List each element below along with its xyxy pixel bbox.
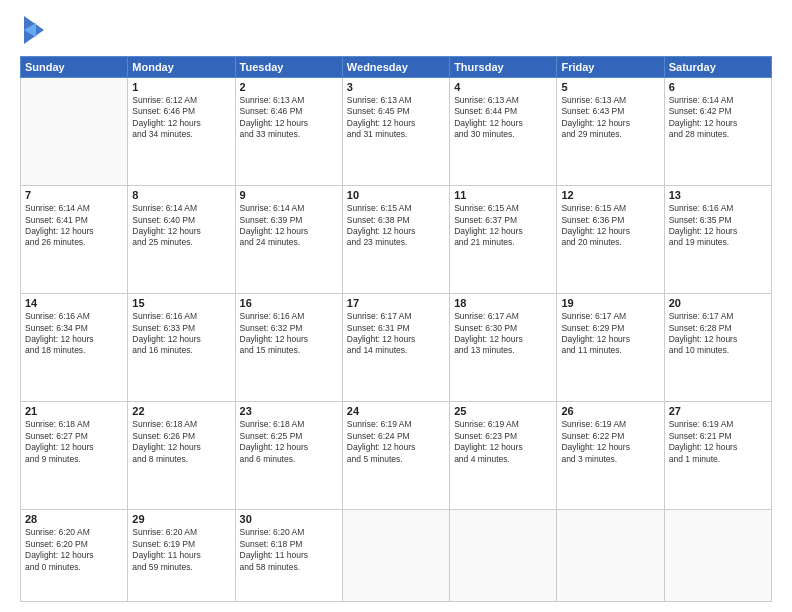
calendar-cell-3-3: 16Sunrise: 6:16 AM Sunset: 6:32 PM Dayli… xyxy=(235,294,342,402)
day-info: Sunrise: 6:14 AM Sunset: 6:39 PM Dayligh… xyxy=(240,203,338,249)
day-number: 12 xyxy=(561,189,659,201)
day-info: Sunrise: 6:19 AM Sunset: 6:24 PM Dayligh… xyxy=(347,419,445,465)
day-number: 6 xyxy=(669,81,767,93)
calendar-cell-3-1: 14Sunrise: 6:16 AM Sunset: 6:34 PM Dayli… xyxy=(21,294,128,402)
calendar-cell-3-7: 20Sunrise: 6:17 AM Sunset: 6:28 PM Dayli… xyxy=(664,294,771,402)
calendar-cell-4-1: 21Sunrise: 6:18 AM Sunset: 6:27 PM Dayli… xyxy=(21,402,128,510)
day-info: Sunrise: 6:19 AM Sunset: 6:23 PM Dayligh… xyxy=(454,419,552,465)
calendar-cell-5-6 xyxy=(557,510,664,602)
day-number: 2 xyxy=(240,81,338,93)
calendar-cell-2-4: 10Sunrise: 6:15 AM Sunset: 6:38 PM Dayli… xyxy=(342,186,449,294)
calendar-cell-5-5 xyxy=(450,510,557,602)
day-number: 18 xyxy=(454,297,552,309)
day-number: 17 xyxy=(347,297,445,309)
day-info: Sunrise: 6:14 AM Sunset: 6:42 PM Dayligh… xyxy=(669,95,767,141)
calendar-cell-5-1: 28Sunrise: 6:20 AM Sunset: 6:20 PM Dayli… xyxy=(21,510,128,602)
calendar-cell-5-7 xyxy=(664,510,771,602)
page-header xyxy=(20,16,772,46)
calendar-cell-4-7: 27Sunrise: 6:19 AM Sunset: 6:21 PM Dayli… xyxy=(664,402,771,510)
calendar-cell-5-3: 30Sunrise: 6:20 AM Sunset: 6:18 PM Dayli… xyxy=(235,510,342,602)
day-info: Sunrise: 6:16 AM Sunset: 6:34 PM Dayligh… xyxy=(25,311,123,357)
calendar-cell-1-1 xyxy=(21,78,128,186)
day-number: 22 xyxy=(132,405,230,417)
calendar-cell-5-2: 29Sunrise: 6:20 AM Sunset: 6:19 PM Dayli… xyxy=(128,510,235,602)
week-row-4: 21Sunrise: 6:18 AM Sunset: 6:27 PM Dayli… xyxy=(21,402,772,510)
day-info: Sunrise: 6:18 AM Sunset: 6:26 PM Dayligh… xyxy=(132,419,230,465)
day-number: 3 xyxy=(347,81,445,93)
day-number: 16 xyxy=(240,297,338,309)
calendar-cell-2-6: 12Sunrise: 6:15 AM Sunset: 6:36 PM Dayli… xyxy=(557,186,664,294)
calendar-cell-5-4 xyxy=(342,510,449,602)
week-row-5: 28Sunrise: 6:20 AM Sunset: 6:20 PM Dayli… xyxy=(21,510,772,602)
day-number: 13 xyxy=(669,189,767,201)
weekday-header-tuesday: Tuesday xyxy=(235,57,342,78)
calendar-cell-3-2: 15Sunrise: 6:16 AM Sunset: 6:33 PM Dayli… xyxy=(128,294,235,402)
day-info: Sunrise: 6:12 AM Sunset: 6:46 PM Dayligh… xyxy=(132,95,230,141)
week-row-2: 7Sunrise: 6:14 AM Sunset: 6:41 PM Daylig… xyxy=(21,186,772,294)
calendar-cell-2-2: 8Sunrise: 6:14 AM Sunset: 6:40 PM Daylig… xyxy=(128,186,235,294)
calendar-cell-2-3: 9Sunrise: 6:14 AM Sunset: 6:39 PM Daylig… xyxy=(235,186,342,294)
weekday-header-saturday: Saturday xyxy=(664,57,771,78)
day-info: Sunrise: 6:14 AM Sunset: 6:40 PM Dayligh… xyxy=(132,203,230,249)
day-number: 25 xyxy=(454,405,552,417)
weekday-header-friday: Friday xyxy=(557,57,664,78)
day-number: 21 xyxy=(25,405,123,417)
day-number: 1 xyxy=(132,81,230,93)
day-number: 8 xyxy=(132,189,230,201)
day-info: Sunrise: 6:17 AM Sunset: 6:29 PM Dayligh… xyxy=(561,311,659,357)
day-info: Sunrise: 6:16 AM Sunset: 6:35 PM Dayligh… xyxy=(669,203,767,249)
logo-icon xyxy=(22,16,44,44)
calendar-cell-4-4: 24Sunrise: 6:19 AM Sunset: 6:24 PM Dayli… xyxy=(342,402,449,510)
day-number: 24 xyxy=(347,405,445,417)
calendar-cell-1-2: 1Sunrise: 6:12 AM Sunset: 6:46 PM Daylig… xyxy=(128,78,235,186)
day-number: 7 xyxy=(25,189,123,201)
day-number: 15 xyxy=(132,297,230,309)
day-number: 4 xyxy=(454,81,552,93)
calendar-cell-1-6: 5Sunrise: 6:13 AM Sunset: 6:43 PM Daylig… xyxy=(557,78,664,186)
day-number: 5 xyxy=(561,81,659,93)
week-row-3: 14Sunrise: 6:16 AM Sunset: 6:34 PM Dayli… xyxy=(21,294,772,402)
day-number: 9 xyxy=(240,189,338,201)
day-info: Sunrise: 6:18 AM Sunset: 6:27 PM Dayligh… xyxy=(25,419,123,465)
calendar-table: SundayMondayTuesdayWednesdayThursdayFrid… xyxy=(20,56,772,602)
day-number: 23 xyxy=(240,405,338,417)
day-info: Sunrise: 6:20 AM Sunset: 6:20 PM Dayligh… xyxy=(25,527,123,573)
day-number: 14 xyxy=(25,297,123,309)
day-number: 27 xyxy=(669,405,767,417)
day-number: 26 xyxy=(561,405,659,417)
week-row-1: 1Sunrise: 6:12 AM Sunset: 6:46 PM Daylig… xyxy=(21,78,772,186)
day-number: 20 xyxy=(669,297,767,309)
weekday-header-wednesday: Wednesday xyxy=(342,57,449,78)
calendar-cell-2-7: 13Sunrise: 6:16 AM Sunset: 6:35 PM Dayli… xyxy=(664,186,771,294)
day-info: Sunrise: 6:20 AM Sunset: 6:19 PM Dayligh… xyxy=(132,527,230,573)
calendar-cell-3-5: 18Sunrise: 6:17 AM Sunset: 6:30 PM Dayli… xyxy=(450,294,557,402)
day-number: 11 xyxy=(454,189,552,201)
logo xyxy=(20,16,44,46)
calendar-cell-1-4: 3Sunrise: 6:13 AM Sunset: 6:45 PM Daylig… xyxy=(342,78,449,186)
calendar-cell-1-5: 4Sunrise: 6:13 AM Sunset: 6:44 PM Daylig… xyxy=(450,78,557,186)
day-number: 19 xyxy=(561,297,659,309)
day-number: 10 xyxy=(347,189,445,201)
day-number: 30 xyxy=(240,513,338,525)
day-info: Sunrise: 6:18 AM Sunset: 6:25 PM Dayligh… xyxy=(240,419,338,465)
day-info: Sunrise: 6:17 AM Sunset: 6:30 PM Dayligh… xyxy=(454,311,552,357)
day-info: Sunrise: 6:13 AM Sunset: 6:44 PM Dayligh… xyxy=(454,95,552,141)
calendar-cell-3-4: 17Sunrise: 6:17 AM Sunset: 6:31 PM Dayli… xyxy=(342,294,449,402)
day-info: Sunrise: 6:17 AM Sunset: 6:31 PM Dayligh… xyxy=(347,311,445,357)
day-info: Sunrise: 6:15 AM Sunset: 6:37 PM Dayligh… xyxy=(454,203,552,249)
day-info: Sunrise: 6:19 AM Sunset: 6:21 PM Dayligh… xyxy=(669,419,767,465)
weekday-header-monday: Monday xyxy=(128,57,235,78)
day-info: Sunrise: 6:13 AM Sunset: 6:43 PM Dayligh… xyxy=(561,95,659,141)
day-info: Sunrise: 6:16 AM Sunset: 6:32 PM Dayligh… xyxy=(240,311,338,357)
calendar-cell-4-3: 23Sunrise: 6:18 AM Sunset: 6:25 PM Dayli… xyxy=(235,402,342,510)
day-info: Sunrise: 6:13 AM Sunset: 6:45 PM Dayligh… xyxy=(347,95,445,141)
day-info: Sunrise: 6:14 AM Sunset: 6:41 PM Dayligh… xyxy=(25,203,123,249)
day-info: Sunrise: 6:15 AM Sunset: 6:36 PM Dayligh… xyxy=(561,203,659,249)
day-number: 29 xyxy=(132,513,230,525)
calendar-cell-4-2: 22Sunrise: 6:18 AM Sunset: 6:26 PM Dayli… xyxy=(128,402,235,510)
calendar-cell-4-5: 25Sunrise: 6:19 AM Sunset: 6:23 PM Dayli… xyxy=(450,402,557,510)
calendar-cell-4-6: 26Sunrise: 6:19 AM Sunset: 6:22 PM Dayli… xyxy=(557,402,664,510)
day-number: 28 xyxy=(25,513,123,525)
weekday-header-thursday: Thursday xyxy=(450,57,557,78)
day-info: Sunrise: 6:19 AM Sunset: 6:22 PM Dayligh… xyxy=(561,419,659,465)
